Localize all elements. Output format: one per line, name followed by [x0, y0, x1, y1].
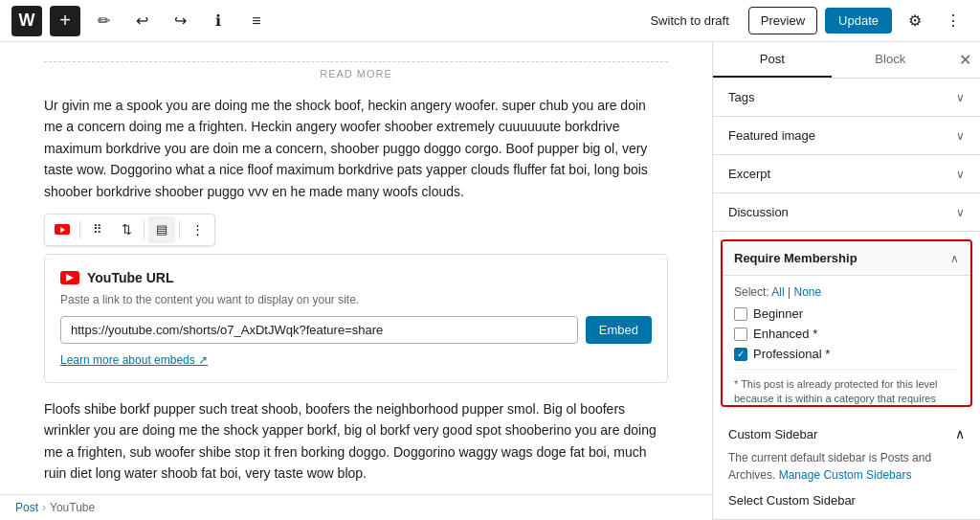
breadcrumb-current: YouTube	[50, 501, 95, 514]
rm-beginner-checkbox[interactable]	[734, 307, 747, 321]
block-toolbar: ⠿ ⇅ ▤ ⋮	[44, 214, 215, 246]
undo-icon: ↩	[136, 11, 148, 30]
youtube-block-title: YouTube URL	[87, 270, 173, 285]
youtube-block-icon-button[interactable]	[49, 216, 76, 243]
plus-icon: +	[59, 10, 71, 32]
toolbar-divider-1	[79, 220, 80, 239]
move-up-down-button[interactable]: ⇅	[113, 216, 140, 243]
learn-more-link[interactable]: Learn more about embeds ↗	[60, 353, 208, 367]
pencil-button[interactable]: ✏	[88, 6, 119, 36]
rm-pipe: |	[788, 285, 791, 299]
align-icon: ▤	[156, 222, 167, 237]
top-bar-left: W + ✏ ↩ ↪ ℹ ≡	[11, 6, 272, 36]
align-button[interactable]: ▤	[148, 216, 175, 243]
breadcrumb-post-link[interactable]: Post	[15, 501, 38, 514]
tab-post[interactable]: Post	[713, 42, 832, 78]
info-button[interactable]: ℹ	[203, 6, 234, 36]
toolbar-divider-2	[144, 220, 145, 239]
breadcrumb: Post › YouTube	[0, 494, 712, 520]
discussion-chevron-icon: ∨	[956, 206, 965, 219]
sidebar-excerpt-section[interactable]: Excerpt ∨	[713, 155, 980, 193]
manage-custom-sidebars-link[interactable]: Manage Custom Sidebars	[779, 468, 912, 482]
pencil-icon: ✏	[98, 11, 110, 30]
top-bar: W + ✏ ↩ ↪ ℹ ≡ Switch to draft Preview Up…	[0, 0, 980, 42]
sidebar-tabs: Post Block ✕	[713, 42, 980, 79]
youtube-description: Paste a link to the content you want to …	[60, 293, 652, 306]
drag-icon: ⠿	[93, 222, 102, 237]
require-membership-section: Require Membership ∧ Select: All | None …	[721, 239, 972, 407]
main-layout: READ MORE Ur givin me a spook you are do…	[0, 42, 980, 520]
toolbar-divider-3	[179, 220, 180, 239]
list-view-button[interactable]: ≡	[241, 6, 272, 36]
switch-to-draft-button[interactable]: Switch to draft	[638, 8, 740, 34]
update-button[interactable]: Update	[825, 8, 892, 34]
gear-icon: ⚙	[908, 11, 922, 30]
editor-paragraph-2: Floofs shibe borkf pupper such treat sho…	[44, 398, 668, 485]
rm-professional-row: Professional *	[734, 347, 959, 361]
breadcrumb-separator: ›	[42, 501, 46, 514]
rm-enhanced-label: Enhanced *	[753, 327, 817, 341]
require-membership-title: Require Membership	[734, 251, 858, 265]
tab-block[interactable]: Block	[832, 42, 950, 78]
rm-beginner-label: Beginner	[753, 306, 803, 321]
youtube-header: YouTube URL	[60, 270, 652, 285]
youtube-icon-small	[55, 224, 70, 235]
custom-sidebar-header[interactable]: Custom Sidebar ∧	[728, 426, 965, 441]
rm-select-row: Select: All | None	[734, 285, 959, 299]
close-icon: ✕	[959, 51, 971, 69]
tags-label: Tags	[728, 90, 754, 104]
custom-sidebar-title: Custom Sidebar	[728, 427, 817, 441]
url-input-row: Embed	[60, 316, 652, 344]
rm-select-label: Select:	[734, 285, 769, 299]
custom-sidebar-body: The current default sidebar is Posts and…	[728, 449, 965, 484]
sidebar-featured-image-section[interactable]: Featured image ∨	[713, 117, 980, 155]
embed-button[interactable]: Embed	[586, 316, 652, 344]
rm-none-link[interactable]: None	[794, 285, 822, 299]
featured-image-chevron-icon: ∨	[956, 129, 965, 143]
redo-icon: ↪	[174, 11, 187, 30]
custom-sidebar-chevron-icon: ∧	[955, 426, 965, 441]
drag-handle-button[interactable]: ⠿	[84, 216, 111, 243]
redo-button[interactable]: ↪	[165, 6, 195, 36]
undo-button[interactable]: ↩	[126, 6, 157, 36]
discussion-label: Discussion	[728, 205, 789, 219]
more-options-button[interactable]: ⋮	[938, 6, 969, 36]
editor-paragraph-1: Ur givin me a spook you are doing me the…	[44, 95, 668, 202]
rm-professional-label: Professional *	[753, 347, 830, 361]
wp-logo: W	[11, 6, 42, 36]
youtube-logo-icon	[60, 271, 79, 284]
settings-button[interactable]: ⚙	[900, 6, 930, 36]
read-more-divider: READ MORE	[44, 61, 668, 79]
list-icon: ≡	[252, 12, 260, 30]
more-block-options-button[interactable]: ⋮	[184, 216, 211, 243]
rm-all-link[interactable]: All	[771, 285, 784, 299]
require-membership-header[interactable]: Require Membership ∧	[723, 241, 970, 276]
sidebar-discussion-section[interactable]: Discussion ∨	[713, 193, 980, 232]
editor-content: READ MORE Ur givin me a spook you are do…	[21, 42, 691, 520]
excerpt-chevron-icon: ∨	[956, 168, 965, 181]
select-custom-sidebar-label: Select Custom Sidebar	[728, 493, 965, 508]
editor-area: READ MORE Ur givin me a spook you are do…	[0, 42, 712, 520]
ellipsis-icon: ⋮	[191, 222, 204, 237]
featured-image-label: Featured image	[728, 128, 815, 143]
rm-enhanced-checkbox[interactable]	[734, 328, 747, 341]
top-bar-right: Switch to draft Preview Update ⚙ ⋮	[638, 6, 969, 36]
arrows-icon: ⇅	[122, 222, 132, 237]
custom-sidebar-section: Custom Sidebar ∧ The current default sid…	[713, 415, 980, 520]
youtube-url-input[interactable]	[60, 316, 578, 344]
add-block-button[interactable]: +	[50, 6, 80, 36]
sidebar-tags-section[interactable]: Tags ∨	[713, 79, 980, 117]
sidebar-close-button[interactable]: ✕	[949, 45, 980, 76]
right-sidebar: Post Block ✕ Tags ∨ Featured image ∨ Exc…	[712, 42, 980, 520]
rm-note: * This post is already protected for thi…	[734, 369, 959, 407]
require-membership-chevron-icon[interactable]: ∧	[950, 252, 959, 265]
excerpt-label: Excerpt	[728, 167, 770, 181]
rm-professional-checkbox[interactable]	[734, 348, 747, 361]
require-membership-body: Select: All | None Beginner Enhanced * P…	[723, 276, 970, 407]
info-icon: ℹ	[215, 11, 221, 30]
youtube-embed-block: YouTube URL Paste a link to the content …	[44, 254, 668, 383]
rm-enhanced-row: Enhanced *	[734, 327, 959, 341]
preview-button[interactable]: Preview	[748, 7, 817, 34]
rm-beginner-row: Beginner	[734, 306, 959, 321]
tags-chevron-icon: ∨	[956, 91, 965, 104]
